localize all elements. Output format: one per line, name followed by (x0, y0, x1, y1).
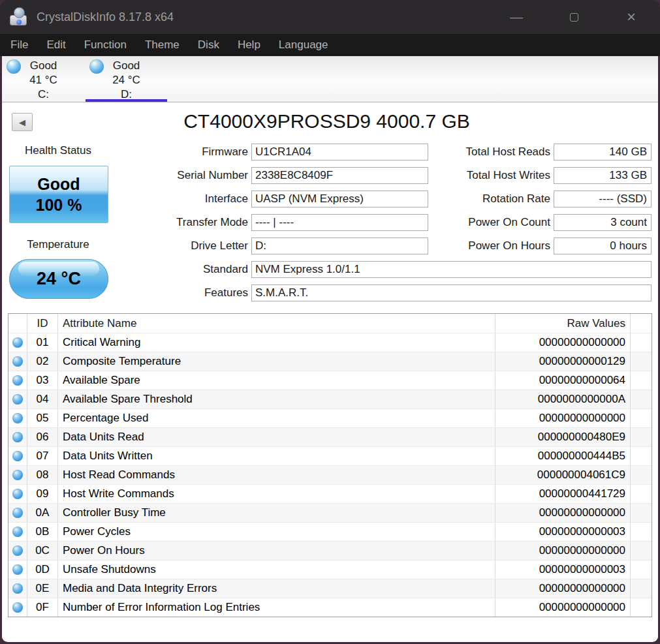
field-value[interactable]: 140 GB (554, 144, 652, 161)
status-orb-icon (12, 527, 23, 537)
close-button[interactable]: × (603, 0, 660, 34)
window-title: CrystalDiskInfo 8.17.8 x64 (37, 10, 174, 24)
status-orb-icon (12, 337, 23, 348)
status-cell (8, 428, 27, 446)
field-value[interactable]: S.M.A.R.T. (251, 284, 652, 301)
attribute-raw-value: 00000000000000 (495, 542, 631, 560)
smart-table-row: 06 Data Units Read 000000000480E9 (8, 427, 652, 446)
field-value[interactable]: U1CR1A04 (251, 144, 428, 161)
attribute-name: Data Units Written (58, 447, 495, 465)
smart-table-row: 0F Number of Error Information Log Entri… (8, 598, 652, 617)
attribute-name: Composite Temperature (58, 352, 495, 371)
blue-dot-icon (16, 20, 22, 25)
status-orb-icon (12, 432, 23, 442)
attribute-name: Power On Hours (58, 542, 495, 560)
smart-table-row: 0A Controller Busy Time 00000000000000 (8, 503, 652, 522)
smart-attribute-table: ID Attribute Name Raw Values 01 Critical… (8, 313, 652, 617)
raw-values-column-header: Raw Values (495, 314, 631, 333)
minimize-icon: — (510, 10, 523, 25)
drive-info-wide: Standard NVM Express 1.0/1.1 Features S.… (131, 261, 653, 308)
minimize-button[interactable]: — (488, 0, 545, 34)
field-value[interactable]: 2338E8C8409F (251, 167, 428, 184)
status-cell (8, 560, 27, 579)
smart-table-row: 0C Power On Hours 00000000000000 (8, 541, 652, 560)
menu-item[interactable]: Language (270, 34, 338, 56)
status-cell (8, 466, 27, 484)
menu-item-label: Disk (198, 38, 219, 52)
app-icon (9, 7, 29, 27)
field-value[interactable]: NVM Express 1.0/1.1 (251, 261, 652, 278)
info-field-row: Total Host Writes 133 GB (420, 167, 653, 184)
smart-table-row: 05 Percentage Used 00000000000000 (8, 408, 652, 427)
status-cell (8, 371, 27, 390)
field-label: Transfer Mode (131, 216, 248, 229)
attribute-name: Controller Busy Time (58, 504, 495, 522)
menu-item[interactable]: Disk (189, 34, 228, 56)
attribute-name: Host Read Commands (58, 466, 495, 484)
drive-tab[interactable]: Good 41 °C C: (2, 56, 85, 102)
temperature-value: 24 °C (37, 269, 81, 289)
attribute-id: 0E (27, 579, 58, 598)
field-label: Rotation Rate (420, 192, 550, 206)
smart-table-row: 0E Media and Data Integrity Errors 00000… (8, 579, 652, 598)
menu-item-label: Function (84, 38, 127, 52)
field-value[interactable]: ---- (SSD) (554, 191, 652, 207)
field-value[interactable]: 3 count (554, 214, 652, 231)
attribute-name: Media and Data Integrity Errors (58, 579, 495, 598)
status-orb-icon (12, 564, 23, 575)
field-label: Total Host Writes (420, 169, 550, 182)
maximize-button[interactable] (545, 0, 603, 34)
field-value[interactable]: ---- | ---- (251, 214, 428, 231)
drive-letter: C: (2, 87, 85, 102)
status-orb-icon (12, 356, 23, 367)
menu-item-label: Language (279, 38, 328, 52)
attribute-name: Power Cycles (58, 523, 495, 541)
attribute-raw-value: 000000004061C9 (495, 466, 631, 484)
status-cell (8, 333, 27, 352)
field-label: Firmware (131, 146, 248, 159)
drive-tab[interactable]: Good 24 °C D: (85, 56, 168, 102)
status-cell (8, 409, 27, 427)
menu-item[interactable]: Help (228, 34, 270, 56)
status-orb-icon (12, 508, 23, 518)
field-value[interactable]: 0 hours (554, 238, 652, 254)
attribute-id: 03 (27, 371, 58, 390)
status-cell (8, 504, 27, 522)
app-window: CrystalDiskInfo 8.17.8 x64 — × File Edit (0, 0, 660, 644)
attribute-id: 0A (27, 504, 58, 522)
menu-item[interactable]: Theme (136, 34, 189, 56)
field-value[interactable]: D: (251, 238, 428, 254)
attribute-raw-value: 00000000000064 (495, 371, 631, 390)
info-field-row: Features S.M.A.R.T. (131, 284, 653, 301)
menu-item[interactable]: Edit (37, 34, 74, 56)
status-cell (8, 447, 27, 465)
health-orb-icon (7, 59, 21, 74)
field-value[interactable]: 133 GB (554, 167, 652, 184)
smart-table-header: ID Attribute Name Raw Values (8, 314, 652, 333)
field-value[interactable]: UASP (NVM Express) (251, 191, 428, 207)
drive-info-right: Total Host Reads 140 GB Total Host Write… (420, 144, 653, 261)
status-orb-icon (12, 489, 23, 499)
menu-item[interactable]: File (10, 34, 37, 56)
field-label: Drive Letter (131, 239, 248, 253)
attribute-raw-value: 00000000000003 (495, 560, 631, 579)
smart-table-row: 09 Host Write Commands 00000000441729 (8, 484, 652, 503)
field-label: Standard (131, 263, 248, 276)
attribute-name-column-header: Attribute Name (58, 314, 495, 333)
attribute-raw-value: 00000000000000 (495, 504, 631, 522)
attribute-id: 04 (27, 390, 58, 408)
attribute-name: Unsafe Shutdowns (58, 560, 495, 579)
menu-item[interactable]: Function (75, 34, 136, 56)
attribute-name: Number of Error Information Log Entries (58, 598, 495, 617)
attribute-raw-value: 0000000000000A (495, 390, 631, 408)
smart-table-row: 01 Critical Warning 00000000000000 (8, 333, 652, 352)
drive-tab-strip: Good 41 °C C: Good 24 °C D: (2, 56, 658, 102)
menu-item-label: Help (238, 38, 260, 52)
status-cell (8, 598, 27, 617)
status-cell (8, 579, 27, 598)
attribute-id: 01 (27, 333, 58, 352)
status-orb-icon (12, 451, 23, 461)
menu-item-label: Edit (46, 38, 65, 52)
menu-bar: File Edit Function Theme Disk Help Lan (0, 34, 660, 56)
status-orb-icon (12, 545, 23, 556)
